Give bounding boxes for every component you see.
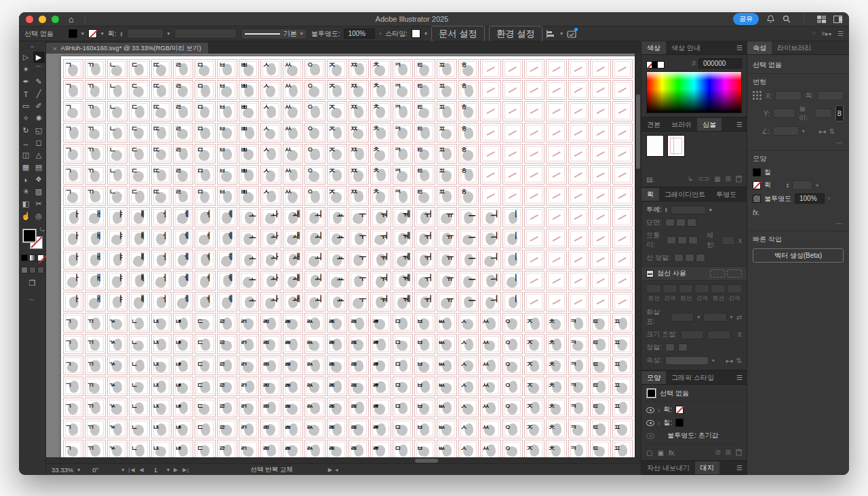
glyph-cell[interactable]: ㅆ <box>283 101 303 121</box>
glyph-cell[interactable]: ㄸ <box>151 59 172 79</box>
horizontal-scrollbar-thumb[interactable] <box>415 459 438 463</box>
glyph-cell[interactable]: ㅛ <box>327 292 347 311</box>
glyph-cell[interactable]: ㅚ <box>304 292 325 311</box>
empty-glyph-cell[interactable] <box>590 250 610 269</box>
glyph-cell[interactable]: ㄻ <box>260 356 281 375</box>
constrain-proportions-icon[interactable]: 8 <box>835 105 844 121</box>
glyph-cell[interactable]: ㅒ <box>129 207 149 227</box>
glyph-cell[interactable]: ㅍ <box>612 377 633 396</box>
dash-field[interactable] <box>711 284 726 293</box>
glyph-cell[interactable]: ㅍ <box>437 59 457 79</box>
glyph-cell[interactable]: ㄿ <box>349 398 369 417</box>
glyph-cell[interactable]: ㅊ <box>546 440 566 457</box>
opacity-expand-icon[interactable]: › <box>828 195 830 202</box>
empty-glyph-cell[interactable] <box>590 144 610 164</box>
empty-glyph-cell[interactable] <box>568 271 589 290</box>
glyph-cell[interactable]: ㅜ <box>349 292 369 311</box>
glyph-cell[interactable]: ㅎ <box>458 59 479 79</box>
glyph-cell[interactable]: ㅂ <box>217 144 237 164</box>
glyph-cell[interactable]: ㄸ <box>151 80 172 100</box>
glyph-cell[interactable]: ㅈ <box>327 80 347 100</box>
empty-glyph-cell[interactable] <box>568 101 589 121</box>
add-effect-icon[interactable]: fx. <box>669 449 676 457</box>
glyph-cell[interactable]: ㅌ <box>590 398 610 417</box>
glyph-cell[interactable]: ㅈ <box>327 186 347 206</box>
glyph-cell[interactable]: ㅄ <box>437 419 457 438</box>
empty-glyph-cell[interactable] <box>546 59 566 79</box>
glyph-cell[interactable]: ㅂ <box>217 101 237 121</box>
empty-glyph-cell[interactable] <box>568 292 589 311</box>
glyph-cell[interactable]: ㄱ <box>63 419 83 438</box>
empty-glyph-cell[interactable] <box>524 101 545 121</box>
generate-vectors-button[interactable]: 벡터 생성(Beta) <box>753 248 844 263</box>
empty-glyph-cell[interactable] <box>546 271 566 290</box>
glyph-cell[interactable]: ㅛ <box>327 229 347 248</box>
glyph-cell[interactable]: ㅆ <box>480 419 500 438</box>
vertical-scrollbar-thumb[interactable] <box>636 94 640 169</box>
glyph-cell[interactable]: ㄷ <box>195 398 215 417</box>
glyph-cell[interactable]: ㅁ <box>393 377 413 396</box>
glyph-cell[interactable]: ㅍ <box>612 419 633 438</box>
align-arrow-tip-button[interactable] <box>665 343 675 351</box>
glyph-cell[interactable]: ㅂ <box>217 59 237 79</box>
glyph-cell[interactable]: ㅂ <box>217 186 237 206</box>
glyph-cell[interactable]: ㅊ <box>370 186 391 206</box>
glyph-cell[interactable]: ㄼ <box>283 313 303 332</box>
gap-field[interactable] <box>663 284 677 293</box>
glyph-cell[interactable]: ㅍ <box>612 356 633 375</box>
glyph-cell[interactable]: ㄷ <box>129 59 149 79</box>
fill-row-swatch[interactable] <box>675 419 684 427</box>
glyph-cell[interactable]: ㅚ <box>304 271 325 290</box>
empty-glyph-cell[interactable] <box>568 165 589 185</box>
glyph-cell[interactable]: ㄳ <box>107 377 127 396</box>
glyph-cell[interactable]: ㅃ <box>239 101 259 121</box>
glyph-cell[interactable]: ㅛ <box>327 250 347 269</box>
glyph-cell[interactable]: ㅛ <box>327 271 347 290</box>
gradient-mode-button[interactable] <box>29 254 36 261</box>
chevron-down-icon[interactable]: ▾ <box>121 467 124 473</box>
visibility-eye-icon[interactable] <box>646 420 654 426</box>
glyph-cell[interactable]: ㅅ <box>458 398 479 417</box>
glyph-cell[interactable]: ㅋ <box>393 186 413 206</box>
glyph-cell[interactable]: ㅆ <box>283 80 303 100</box>
glyph-cell[interactable]: ㄴ <box>129 440 149 457</box>
glyph-cell[interactable]: ㄵ <box>151 419 172 438</box>
glyph-cell[interactable]: ㅝ <box>370 207 391 227</box>
notifications-bell-icon[interactable] <box>766 14 775 24</box>
glyph-cell[interactable]: ㅋ <box>568 334 589 354</box>
first-artboard-icon[interactable]: |◀ <box>128 467 135 473</box>
zoom-window-button[interactable] <box>52 16 59 23</box>
glyph-cell[interactable]: ㅢ <box>480 250 500 269</box>
glyph-cell[interactable]: ㅇ <box>304 59 325 79</box>
glyph-cell[interactable]: ㅓ <box>151 250 172 269</box>
rotation-value[interactable]: 0° <box>92 466 98 474</box>
chevron-down-icon[interactable]: ▾ <box>425 31 427 37</box>
stroke-swatch[interactable] <box>657 61 665 69</box>
empty-glyph-cell[interactable] <box>524 80 545 100</box>
opacity-row-label[interactable]: 불투명도: 초기값 <box>667 431 719 440</box>
more-options-icon[interactable]: ⋯ <box>753 220 844 227</box>
zoom-dropdown-icon[interactable]: ▾ <box>77 467 80 473</box>
glyph-cell[interactable]: ㅡ <box>458 250 479 269</box>
glyph-cell[interactable]: ㄲ <box>85 186 105 206</box>
empty-glyph-cell[interactable] <box>568 207 589 227</box>
tab-gradient[interactable]: 그레이디언트 <box>659 188 711 201</box>
free-transform-tool-icon[interactable]: ◱ <box>33 125 45 136</box>
opacity-value-field[interactable]: 100% <box>344 28 375 39</box>
glyph-cell[interactable]: ㅓ <box>151 292 172 311</box>
glyph-cell[interactable]: ㅑ <box>107 250 127 269</box>
glyph-cell[interactable]: ㅇ <box>304 165 325 185</box>
stroke-weight-stepper[interactable]: ▴▾ <box>121 31 123 37</box>
glyph-cell[interactable]: ㄱ <box>63 80 83 100</box>
next-artboard-icon[interactable]: ▶ <box>174 467 178 473</box>
empty-glyph-cell[interactable] <box>524 123 545 142</box>
glyph-cell[interactable]: ㄿ <box>349 419 369 438</box>
empty-glyph-cell[interactable] <box>590 101 610 121</box>
glyph-cell[interactable]: ㄶ <box>173 377 193 396</box>
empty-glyph-cell[interactable] <box>524 250 545 269</box>
dash-field[interactable] <box>679 284 694 293</box>
workspace-switcher-icon[interactable]: ⊧▸▾ <box>822 30 831 37</box>
glyph-cell[interactable]: ㄹ <box>217 377 237 396</box>
home-icon[interactable]: ⌂ <box>68 15 74 24</box>
glyph-cell[interactable]: ㅈ <box>524 440 545 457</box>
